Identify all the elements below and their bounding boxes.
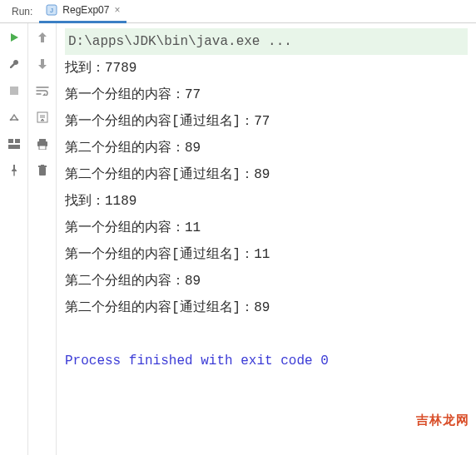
scroll-end-icon[interactable] — [35, 110, 50, 125]
console-line: 找到：1189 — [65, 188, 468, 215]
run-tool-window-body: D:\apps\JDK\bin\java.exe ... 找到：7789 第一个… — [0, 23, 476, 455]
wrench-icon[interactable] — [7, 57, 22, 72]
console-command-line: D:\apps\JDK\bin\java.exe ... — [65, 28, 468, 55]
java-file-icon: J — [46, 4, 57, 16]
svg-marker-2 — [11, 33, 18, 42]
svg-rect-13 — [39, 167, 46, 176]
left-toolbar-secondary — [28, 23, 57, 455]
console-blank-line — [65, 321, 468, 348]
watermark-text: 吉林龙网 — [416, 413, 469, 428]
debug-icon[interactable] — [7, 110, 22, 125]
console-line: 第二个分组的内容[通过组名]：89 — [65, 294, 468, 321]
svg-rect-8 — [8, 145, 20, 149]
console-line: 第一个分组的内容：77 — [65, 82, 468, 108]
svg-point-5 — [16, 119, 18, 121]
console-line: 第一个分组的内容[通过组名]：77 — [65, 108, 468, 135]
console-line: 第二个分组的内容[通过组名]：89 — [65, 161, 468, 188]
run-label: Run: — [5, 6, 39, 17]
console-output[interactable]: D:\apps\JDK\bin\java.exe ... 找到：7789 第一个… — [57, 23, 476, 455]
trash-icon[interactable] — [35, 163, 50, 178]
console-line: 第二个分组的内容：89 — [65, 135, 468, 161]
console-exit-line: Process finished with exit code 0 — [65, 354, 329, 368]
svg-rect-7 — [15, 139, 20, 143]
up-arrow-icon[interactable] — [35, 30, 50, 45]
svg-rect-12 — [39, 146, 46, 150]
stop-icon[interactable] — [7, 83, 22, 98]
console-line: 第一个分组的内容：11 — [65, 215, 468, 241]
close-icon[interactable]: × — [114, 4, 120, 16]
pin-icon[interactable] — [7, 163, 22, 178]
console-line: 第二个分组的内容：89 — [65, 268, 468, 294]
run-icon[interactable] — [7, 30, 22, 45]
svg-rect-15 — [41, 165, 44, 166]
left-toolbar-primary — [0, 23, 28, 455]
console-line: 找到：7789 — [65, 55, 468, 82]
down-arrow-icon[interactable] — [35, 57, 50, 72]
tab-label: RegExp07 — [62, 4, 109, 16]
svg-rect-6 — [8, 139, 13, 143]
svg-rect-10 — [39, 139, 46, 141]
wrap-icon[interactable] — [35, 83, 50, 98]
svg-point-4 — [9, 119, 12, 121]
layout-icon[interactable] — [7, 136, 22, 151]
console-line: 第一个分组的内容[通过组名]：11 — [65, 241, 468, 268]
tab-regexp07[interactable]: J RegExp07 × — [39, 0, 126, 23]
svg-rect-3 — [10, 87, 18, 95]
print-icon[interactable] — [35, 136, 50, 151]
run-tool-window-header: Run: J RegExp07 × — [0, 0, 476, 23]
svg-text:J: J — [50, 7, 53, 14]
